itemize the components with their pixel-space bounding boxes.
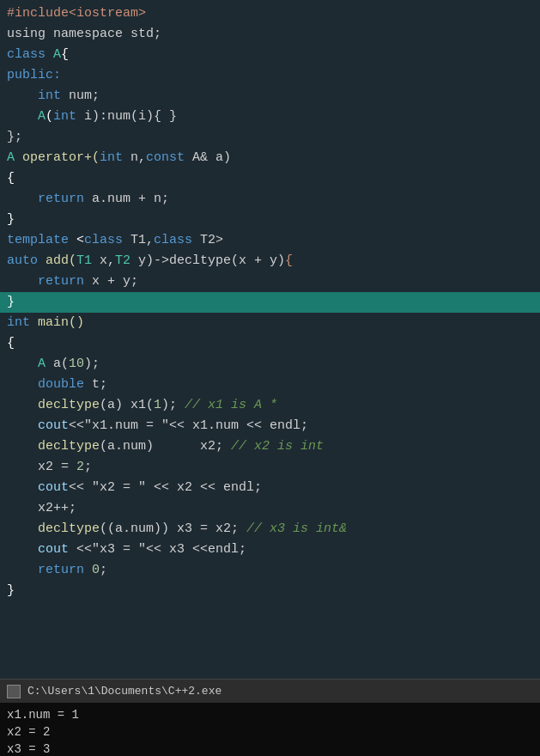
code-line: return a.num + n; [0,189,540,210]
code-token: A [53,45,61,65]
terminal-line: x1.num = 1 [7,706,533,723]
code-token: return [38,271,84,292]
code-token: ); [84,354,100,375]
code-line: using namespace std; [0,24,540,45]
code-token: T1 [76,251,92,271]
code-line: template <class T1,class T2> [0,230,540,251]
code-token: // x1 is A * [185,395,277,416]
code-line: { [0,168,540,189]
code-line: auto add(T1 x,T2 y)->decltype(x + y){ [0,251,540,271]
terminal-output: x1.num = 1x2 = 2x3 = 3 [0,703,540,756]
code-token: A& a) [185,148,231,168]
code-token: a.num + n; [84,189,169,210]
code-token: { [7,168,15,189]
code-token: }; [7,127,22,148]
code-token [7,375,38,395]
code-token: template [7,230,76,251]
code-token: 1 [154,395,161,416]
code-token [7,354,38,375]
code-token [7,107,38,127]
code-token: t; [84,375,107,395]
code-line: decltype(a) x1(1); // x1 is A * [0,395,540,416]
code-token: A [38,354,53,375]
terminal-title: C:\Users\1\Documents\C++2.exe [27,685,221,698]
code-token: a( [53,354,69,375]
code-token [7,478,38,498]
code-token: } [7,292,15,313]
code-token [7,519,38,540]
code-token [7,189,38,210]
code-token: cout [38,540,69,560]
terminal-icon [7,685,21,698]
code-token: cout [38,416,69,436]
code-token: } [7,581,15,601]
code-token [7,457,38,478]
code-token [7,540,38,560]
code-line: class A{ [0,45,540,65]
code-token: ); [161,395,185,416]
code-token: < [76,230,84,251]
code-token: A [7,148,22,168]
code-line: x2++; [0,498,540,519]
code-token: double [38,375,84,395]
code-token: class [7,45,53,65]
terminal-line: x2 = 2 [7,723,533,741]
code-token: y)->decltype(x + y) [130,251,285,271]
terminal-bar: C:\Users\1\Documents\C++2.exe [0,679,540,703]
code-line: int num; [0,86,540,107]
terminal-line: x3 = 3 [7,741,533,756]
code-token: class [84,230,123,251]
code-token: ((a.num)) x3 = x2; [100,519,246,540]
code-token: n, [123,148,146,168]
code-token: { [7,333,15,354]
code-token [7,416,38,436]
code-token: class [154,230,192,251]
code-line: #include<iostream> [0,3,540,24]
code-token: decltype [38,519,100,540]
code-token: decltype [38,395,100,416]
code-token: add( [46,251,76,271]
code-token: decltype [38,436,100,457]
code-line: decltype(a.num) x2; // x2 is int [0,436,540,457]
code-token: (a.num) x2; [100,436,231,457]
code-token: // x2 is int [231,436,324,457]
code-token: <<"x1.num = "<< x1.num << endl; [69,416,308,436]
code-token: cout [38,478,69,498]
code-line: return x + y; [0,271,540,292]
code-line: cout <<"x3 = "<< x3 <<endl; [0,540,540,560]
code-token: int [53,107,76,127]
code-token: x + y; [84,271,138,292]
code-token: 0 [92,560,100,581]
code-token: #include<iostream> [7,3,146,24]
code-token: 10 [69,354,84,375]
code-token: operator+( [22,148,100,168]
code-token [7,86,38,107]
code-editor[interactable]: #include<iostream>using namespace std;cl… [0,0,540,679]
code-token [7,560,38,581]
code-token: T2 [115,251,130,271]
code-token: using namespace std; [7,24,161,45]
code-token: T1, [123,230,154,251]
code-line: } [0,210,540,230]
code-token: } [7,210,15,230]
code-token: i):num(i){ } [76,107,177,127]
code-line: double t; [0,375,540,395]
code-line: int main() [0,313,540,333]
code-token: num; [61,86,100,107]
code-line: cout<<"x1.num = "<< x1.num << endl; [0,416,540,436]
code-line: A operator+(int n,const A& a) [0,148,540,168]
code-token: public: [7,65,61,86]
code-token: { [61,45,69,65]
code-token: // x3 is int& [246,519,347,540]
code-token: int [38,86,61,107]
code-token: <<"x3 = "<< x3 <<endl; [69,540,246,560]
code-token: ; [84,457,92,478]
code-token: int [7,313,30,333]
code-line: return 0; [0,560,540,581]
code-token [7,498,38,519]
code-line: A(int i):num(i){ } [0,107,540,127]
code-token: ( [46,107,53,127]
code-token: x2 = [38,457,76,478]
code-token [7,395,38,416]
code-line: public: [0,65,540,86]
